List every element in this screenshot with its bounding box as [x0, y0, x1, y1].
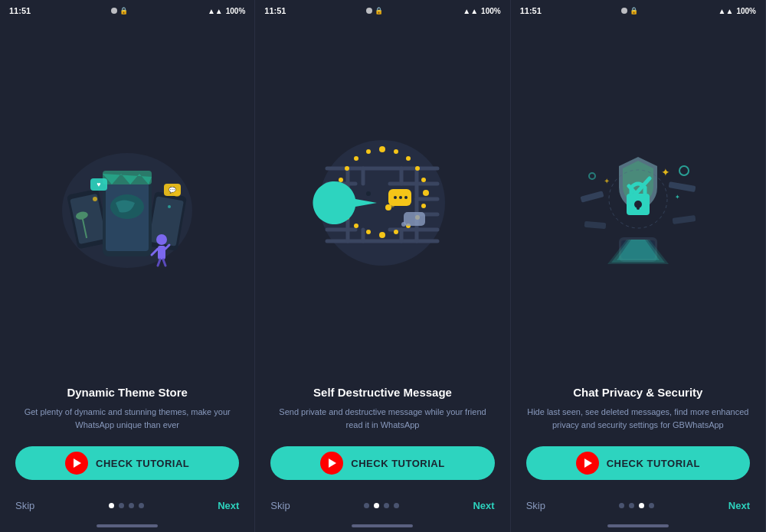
- dot-2-3: [394, 503, 399, 508]
- svg-point-44: [415, 166, 420, 171]
- svg-rect-73: [672, 215, 696, 224]
- dot-3-1: [629, 503, 634, 508]
- dot-1-3: [139, 503, 144, 508]
- dots-1: [109, 503, 144, 508]
- dot-1-2: [129, 503, 134, 508]
- svg-point-58: [345, 166, 349, 171]
- screen-1: 11:51 🔒 ▲▲ 100%: [0, 0, 255, 532]
- home-indicator-2: [352, 524, 413, 527]
- status-icons-3: 🔒: [621, 7, 638, 15]
- svg-point-53: [354, 224, 358, 228]
- dot-3-3: [649, 503, 654, 508]
- wifi-icon-1: ▲▲: [208, 7, 223, 15]
- status-right-2: ▲▲ 100%: [463, 7, 500, 15]
- dot-3-0: [619, 503, 624, 508]
- status-icons-1: 🔒: [111, 7, 128, 15]
- svg-point-69: [404, 196, 408, 199]
- lock-icon-3: 🔒: [630, 7, 638, 15]
- text-content-2: Self Destructive Message Send private an…: [255, 377, 509, 438]
- svg-point-59: [354, 156, 358, 161]
- text-content-3: Chat Privacy & Security Hide last seen, …: [511, 377, 765, 438]
- illustration-self-destruct: [255, 21, 509, 377]
- youtube-icon-2: [320, 452, 343, 475]
- svg-rect-70: [580, 191, 604, 203]
- youtube-icon-3: [576, 452, 599, 475]
- next-button-3[interactable]: Next: [728, 500, 750, 511]
- wifi-icon-3: ▲▲: [719, 7, 734, 15]
- screen-2: 11:51 🔒 ▲▲ 100%: [255, 0, 510, 532]
- svg-point-43: [406, 156, 411, 161]
- svg-point-82: [679, 166, 689, 175]
- status-right-3: ▲▲ 100%: [719, 7, 756, 15]
- theme-store-svg: ♥ 💬: [51, 126, 204, 279]
- svg-point-46: [423, 190, 429, 196]
- status-bar-1: 11:51 🔒 ▲▲ 100%: [0, 0, 254, 21]
- status-time-2: 11:51: [264, 6, 286, 15]
- feature-desc-1: Get plenty of dynamic and stunning theme…: [15, 406, 239, 431]
- svg-rect-78: [637, 204, 640, 210]
- dot-1-0: [109, 503, 114, 508]
- next-button-1[interactable]: Next: [218, 500, 239, 511]
- svg-point-45: [421, 178, 426, 182]
- dot-2-0: [364, 503, 369, 508]
- svg-point-42: [394, 149, 398, 154]
- dot-1-1: [119, 503, 124, 508]
- bottom-nav-1: Skip Next: [0, 486, 254, 524]
- home-indicator-1: [97, 524, 158, 527]
- feature-title-2: Self Destructive Message: [270, 385, 494, 400]
- svg-point-21: [93, 197, 97, 201]
- notification-dot-2: [366, 8, 372, 14]
- status-right-1: ▲▲ 100%: [208, 7, 245, 15]
- svg-line-16: [163, 259, 165, 266]
- notification-dot-3: [621, 8, 627, 14]
- check-tutorial-button-2[interactable]: CHECK TUTORIAL: [270, 446, 494, 480]
- btn-label-3: CHECK TUTORIAL: [607, 458, 700, 469]
- lock-icon-1: 🔒: [119, 7, 128, 15]
- svg-point-60: [366, 149, 371, 154]
- status-time-1: 11:51: [9, 6, 31, 15]
- svg-point-57: [339, 178, 343, 182]
- feature-title-3: Chat Privacy & Security: [526, 385, 750, 400]
- skip-button-3[interactable]: Skip: [526, 500, 545, 511]
- svg-point-50: [394, 230, 398, 234]
- feature-title-1: Dynamic Theme Store: [15, 385, 239, 400]
- battery-2: 100%: [481, 7, 501, 15]
- check-tutorial-button-3[interactable]: CHECK TUTORIAL: [526, 446, 750, 480]
- svg-point-47: [421, 204, 426, 208]
- next-button-2[interactable]: Next: [473, 500, 494, 511]
- svg-point-83: [589, 173, 595, 179]
- lock-icon-2: 🔒: [375, 7, 383, 15]
- check-tutorial-button-1[interactable]: CHECK TUTORIAL: [15, 446, 239, 480]
- notification-dot-1: [111, 8, 117, 14]
- bottom-nav-3: Skip Next: [511, 486, 765, 524]
- feature-desc-3: Hide last seen, see deleted messages, fi…: [526, 406, 750, 431]
- dot-2-1: [374, 503, 379, 508]
- svg-point-23: [174, 191, 180, 197]
- svg-point-61: [366, 191, 371, 196]
- status-bar-2: 11:51 🔒 ▲▲ 100%: [255, 0, 509, 21]
- home-indicator-3: [607, 524, 669, 527]
- svg-point-66: [401, 222, 406, 227]
- svg-text:♥: ♥: [97, 181, 100, 188]
- svg-text:✦: ✦: [604, 177, 610, 185]
- status-bar-3: 11:51 🔒 ▲▲ 100%: [511, 0, 765, 21]
- svg-point-11: [156, 234, 167, 245]
- status-icons-2: 🔒: [366, 7, 383, 15]
- illustration-privacy: ✦ ✦ ✦: [511, 21, 765, 377]
- svg-point-67: [394, 196, 397, 199]
- svg-text:✦: ✦: [675, 194, 680, 201]
- svg-point-51: [379, 232, 385, 238]
- svg-rect-65: [404, 212, 425, 226]
- skip-button-2[interactable]: Skip: [270, 500, 290, 511]
- svg-text:✦: ✦: [661, 166, 670, 178]
- skip-button-1[interactable]: Skip: [15, 500, 34, 511]
- svg-rect-71: [668, 181, 696, 192]
- dot-3-2: [639, 503, 644, 508]
- screen-3: 11:51 🔒 ▲▲ 100%: [511, 0, 766, 532]
- dots-2: [364, 503, 399, 508]
- wifi-icon-2: ▲▲: [463, 7, 478, 15]
- dots-3: [619, 503, 654, 508]
- self-destruct-svg: [306, 126, 459, 279]
- btn-label-2: CHECK TUTORIAL: [351, 458, 444, 469]
- svg-point-68: [399, 196, 402, 199]
